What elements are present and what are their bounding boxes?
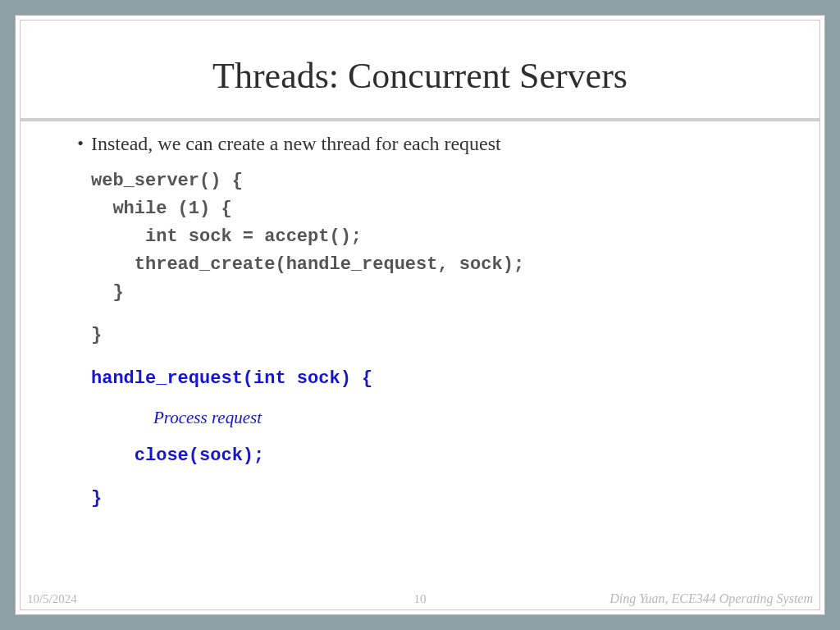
code-line: thread_create(handle_request, sock); — [91, 251, 770, 279]
slide-outer-frame: Threads: Concurrent Servers • Instead, w… — [15, 15, 825, 615]
code-line: int sock = accept(); — [91, 223, 770, 251]
slide-inner-frame: Threads: Concurrent Servers • Instead, w… — [20, 20, 820, 610]
slide-footer: 10/5/2024 10 Ding Yuan, ECE344 Operating… — [21, 590, 819, 606]
bullet-item: • Instead, we can create a new thread fo… — [70, 131, 770, 156]
code-line-highlight: close(sock); — [91, 442, 770, 470]
slide-title: Threads: Concurrent Servers — [21, 21, 819, 118]
code-line: web_server() { — [91, 167, 770, 195]
code-block: web_server() { while (1) { int sock = ac… — [91, 167, 770, 513]
spacer — [91, 350, 770, 365]
code-line-highlight: handle_request(int sock) { — [91, 365, 770, 393]
slide-content: • Instead, we can create a new thread fo… — [21, 121, 819, 513]
footer-credit: Ding Yuan, ECE344 Operating System — [609, 591, 813, 606]
bullet-dot-icon: • — [70, 131, 91, 156]
code-line: } — [91, 322, 770, 349]
code-line-highlight: } — [91, 485, 770, 513]
spacer — [91, 470, 770, 485]
code-line: while (1) { — [91, 195, 770, 223]
bullet-text: Instead, we can create a new thread for … — [91, 131, 501, 156]
code-line: } — [91, 279, 770, 307]
spacer — [91, 307, 770, 322]
code-comment: Process request — [91, 404, 770, 431]
